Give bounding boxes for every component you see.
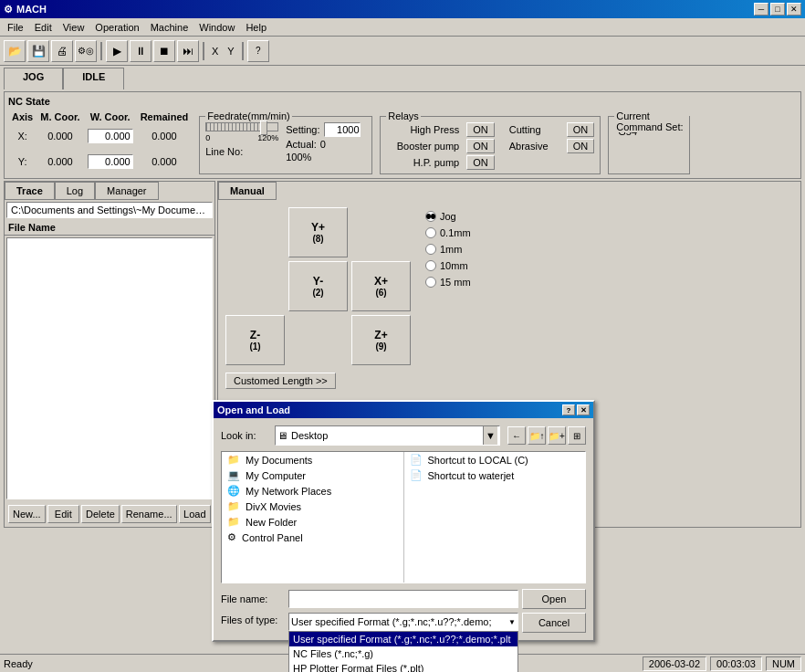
toolbar-new[interactable]: 📂 <box>4 40 26 62</box>
file-my-documents[interactable]: 📁 My Documents <box>222 452 403 467</box>
menubar: File Edit View Operation Machine Window … <box>0 18 805 37</box>
shortcut-local-c[interactable]: 📄 Shortcut to LOCAL (C) <box>404 452 586 467</box>
toolbar-settings[interactable]: ⚙◎ <box>75 40 97 62</box>
jog-z-plus[interactable]: Z+ (9) <box>351 315 411 365</box>
separator-3 <box>242 42 244 60</box>
relay-booster-btn[interactable]: ON <box>466 139 495 153</box>
filetype-option-1[interactable]: NC Files (*.nc;*.g) <box>289 646 518 661</box>
feedrate-box: Feedrate(mm/min) 0 120% Line No: <box>199 116 372 174</box>
tab-jog[interactable]: JOG <box>4 68 63 89</box>
jog-z-minus[interactable]: Z- (1) <box>225 315 285 365</box>
filetype-dropdown[interactable]: User specified Format (*.g;*.nc;*.u??;*.… <box>288 631 518 672</box>
tab-manager[interactable]: Manager <box>95 182 158 200</box>
feedrate-slider[interactable] <box>205 122 278 131</box>
relay-hp-btn[interactable]: ON <box>466 155 495 170</box>
toolbar-newfolder-btn[interactable]: 📁+ <box>548 426 566 445</box>
tab-log[interactable]: Log <box>55 182 95 200</box>
toolbar-help[interactable]: ? <box>247 40 269 62</box>
axis-y-remained: 0.000 <box>137 149 193 174</box>
look-in-dropdown-btn[interactable]: ▼ <box>483 426 497 445</box>
file-list-header: File Name <box>5 220 214 236</box>
menu-window[interactable]: Window <box>193 20 240 35</box>
btn-load[interactable]: Load <box>179 505 211 523</box>
filename-input[interactable] <box>288 590 518 608</box>
toolbar-stop[interactable]: ⏹ <box>153 40 175 62</box>
radio-1mm[interactable]: 1mm <box>425 244 491 255</box>
file-list[interactable] <box>6 237 213 499</box>
setting-input[interactable] <box>324 122 361 137</box>
divx-label: DivX Movies <box>246 501 301 512</box>
axis-x-w-coor-input[interactable] <box>88 129 133 143</box>
cancel-button[interactable]: Cancel <box>522 613 586 633</box>
filetype-option-2[interactable]: HP Plotter Format Files (*.plt) <box>289 661 518 672</box>
filetype-select[interactable]: User specified Format (*.g;*.nc;*.u??;*.… <box>288 613 518 631</box>
cmd-title: Current Command Set: <box>614 110 689 132</box>
relay-abrasive-btn[interactable]: ON <box>567 139 595 153</box>
filetype-label: Files of type: <box>221 613 285 625</box>
toolbar-pause[interactable]: ⏸ <box>130 40 152 62</box>
toolbar-play[interactable]: ▶ <box>106 40 128 62</box>
axis-y-w-coor-input[interactable] <box>88 154 133 169</box>
shortcut-local-label: Shortcut to LOCAL (C) <box>428 455 528 466</box>
radio-jog-dot <box>425 211 436 222</box>
close-button[interactable]: ✕ <box>787 3 801 16</box>
toolbar-print[interactable]: 🖨 <box>51 40 73 62</box>
radio-01mm-label: 0.1mm <box>440 227 471 238</box>
btn-edit[interactable]: Edit <box>47 505 79 523</box>
btn-rename[interactable]: Rename... <box>121 505 177 523</box>
filetype-option-0[interactable]: User specified Format (*.g;*.nc;*.u??;*.… <box>289 632 518 646</box>
radio-jog[interactable]: Jog <box>425 211 491 222</box>
radio-01mm[interactable]: 0.1mm <box>425 227 491 238</box>
menu-help[interactable]: Help <box>240 20 272 35</box>
btn-new[interactable]: New... <box>8 505 46 523</box>
toolbar-x-label: X <box>208 44 222 58</box>
customed-length-btn[interactable]: Customed Length >> <box>225 373 336 389</box>
tab-manual[interactable]: Manual <box>218 182 277 200</box>
tab-trace[interactable]: Trace <box>5 182 55 200</box>
dialog-close-btn[interactable]: ✕ <box>577 404 590 415</box>
minimize-button[interactable]: ─ <box>754 3 768 16</box>
dialog-toolbar: ← 📁↑ 📁+ ⊞ <box>507 426 586 445</box>
radio-1mm-dot <box>425 244 436 255</box>
open-button[interactable]: Open <box>522 589 586 609</box>
file-control-panel[interactable]: ⚙ Control Panel <box>222 530 403 545</box>
jog-y-plus[interactable]: Y+ (8) <box>288 207 348 257</box>
toolbar-save[interactable]: 💾 <box>27 40 49 62</box>
menu-edit[interactable]: Edit <box>29 20 58 35</box>
relay-cutting-btn[interactable]: ON <box>567 122 595 137</box>
dialog-content: Look in: 🖥 Desktop ▼ ← 📁↑ 📁+ ⊞ <box>214 418 593 640</box>
jog-y-minus[interactable]: Y- (2) <box>288 261 348 311</box>
titlebar: ⚙ MACH ─ □ ✕ <box>0 0 805 18</box>
tab-idle[interactable]: IDLE <box>63 68 124 89</box>
menu-operation[interactable]: Operation <box>89 20 144 35</box>
relay-booster-label: Booster pump <box>386 141 459 152</box>
toolbar-up-btn[interactable]: 📁↑ <box>528 426 546 445</box>
file-my-network-places[interactable]: 🌐 My Network Places <box>222 483 403 499</box>
nc-state-panel: NC State Axis M. Coor. W. Coor. Remained… <box>4 91 801 179</box>
file-my-computer[interactable]: 💻 My Computer <box>222 467 403 483</box>
radio-1mm-label: 1mm <box>440 244 462 255</box>
file-new-folder[interactable]: 📁 New Folder <box>222 514 403 530</box>
radio-10mm[interactable]: 10mm <box>425 260 491 271</box>
toolbar-step[interactable]: ⏭ <box>177 40 199 62</box>
toolbar-back-btn[interactable]: ← <box>507 426 526 445</box>
left-tabs: Trace Log Manager <box>5 182 214 200</box>
jog-x-plus[interactable]: X+ (6) <box>351 261 411 311</box>
menu-machine[interactable]: Machine <box>145 20 194 35</box>
relay-highpress-btn[interactable]: ON <box>466 122 495 137</box>
btn-delete[interactable]: Delete <box>81 505 120 523</box>
menu-file[interactable]: File <box>2 20 29 35</box>
menu-view[interactable]: View <box>58 20 90 35</box>
file-browser[interactable]: 📁 My Documents 💻 My Computer 🌐 My Networ… <box>221 451 586 583</box>
jog-options: Jog 0.1mm 1mm 10mm 15 mm <box>418 207 491 365</box>
toolbar-view-btn[interactable]: ⊞ <box>568 426 586 445</box>
file-divx-movies[interactable]: 📁 DivX Movies <box>222 499 403 514</box>
dialog-help-btn[interactable]: ? <box>562 404 575 415</box>
control-panel-icon: ⚙ <box>227 531 236 543</box>
maximize-button[interactable]: □ <box>770 3 785 16</box>
radio-15mm[interactable]: 15 mm <box>425 277 491 288</box>
line-no-label: Line No: <box>205 146 278 157</box>
look-in-select[interactable]: 🖥 Desktop ▼ <box>275 425 500 446</box>
percent-value: 100% <box>286 152 360 163</box>
shortcut-waterjet[interactable]: 📄 Shortcut to waterjet <box>404 467 586 483</box>
